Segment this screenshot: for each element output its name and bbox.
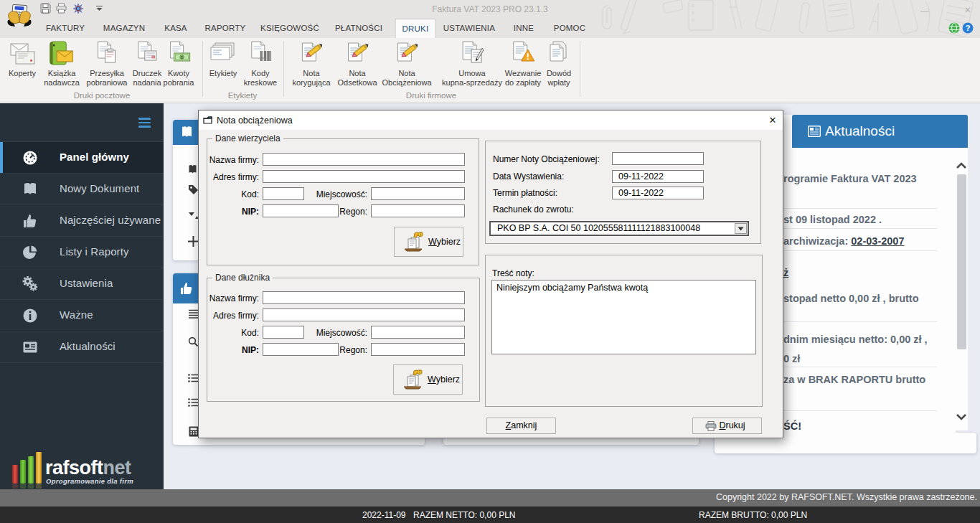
ribbon-button-nota-korygujaca[interactable]: Nota korygująca	[292, 41, 330, 88]
input-regon-wierzyciel[interactable]	[371, 204, 465, 217]
ribbon-button-nota-odsetkowa[interactable]: Nota Odsetkowa	[337, 41, 377, 88]
news-scrollbar-thumb[interactable]	[957, 174, 966, 349]
input-kod-wierzyciel[interactable]	[263, 187, 304, 200]
news-item: ŚĆ!	[783, 420, 801, 432]
tab-inne[interactable]: INNE	[514, 19, 534, 38]
sidebar-item-listy-i-raporty[interactable]: Listy i Raporty	[0, 237, 164, 268]
tab-faktury[interactable]: FAKTURY	[46, 19, 85, 38]
input-kod-dluznik[interactable]	[263, 326, 304, 339]
news-divider	[783, 410, 937, 411]
tab-magazyn[interactable]: MAGAZYN	[103, 19, 145, 38]
news-item: 0 zł	[783, 353, 800, 364]
input-regon-dluznik[interactable]	[371, 343, 465, 356]
news-link-date[interactable]: 02-03-2007	[851, 235, 904, 247]
input-miejscowosc-wierzyciel[interactable]	[371, 187, 465, 200]
ribbon-button-umowa-kupna-sprzedazy[interactable]: Umowa kupna-sprzedaży	[442, 41, 502, 88]
status-brutto: RAZEM BRUTTO: 0,00 PLN	[699, 510, 807, 520]
print-icon[interactable]	[56, 3, 67, 14]
sidebar-item-nowy-dokument[interactable]: Nowy Dokument	[0, 174, 164, 205]
tab-ustawienia[interactable]: USTAWIENIA	[443, 19, 495, 38]
input-termin-platnosci[interactable]	[612, 187, 704, 199]
input-data-wystawienia[interactable]	[612, 170, 704, 183]
wybierz-button-dluznik[interactable]: 9 Wybierz	[393, 364, 463, 395]
ribbon-separator	[580, 41, 580, 97]
copyright-text: Copyright 2022 by RAFSOFT.NET. Wszystkie…	[716, 492, 977, 502]
ribbon-button-kody-kreskowe[interactable]: Kody kreskowe	[244, 41, 277, 88]
input-numer-noty[interactable]	[612, 152, 704, 165]
news-item: za w BRAK RAPORTU brutto	[783, 374, 925, 385]
tag-icon[interactable]	[188, 184, 199, 195]
search-icon[interactable]	[188, 336, 199, 347]
ribbon-button-dowod-wplaty[interactable]: Dowód wpłaty	[545, 41, 573, 88]
save-icon[interactable]	[40, 3, 51, 14]
input-miejscowosc-dluznik[interactable]	[371, 326, 465, 339]
news-item: st 09 listopad 2022 .	[783, 214, 882, 225]
sidebar-item-wazne[interactable]: Ważne	[0, 300, 164, 331]
scroll-down-icon[interactable]	[956, 412, 967, 422]
minimize-button[interactable]: —	[920, 6, 929, 16]
settings-icon[interactable]	[72, 3, 84, 14]
detail-list-icon[interactable]	[188, 374, 199, 382]
sidebar-item-najczesciej-uzywane[interactable]: Najczęściej używane	[0, 205, 164, 237]
label-nip: NIP:	[202, 345, 259, 355]
ribbon-button-nota-obciazeniowa[interactable]: Nota Obciążeniowa	[382, 41, 431, 88]
calculator-icon[interactable]	[189, 426, 199, 437]
document-pencil-icon	[343, 41, 372, 67]
ribbon-button-koperty[interactable]: Koperty	[9, 41, 36, 78]
binder-envelope-icon	[47, 41, 76, 67]
combo-dropdown-button[interactable]	[735, 223, 747, 234]
sidebar-item-ustawienia[interactable]: Ustawienia	[0, 268, 164, 300]
help-icon[interactable]: ?	[962, 22, 974, 34]
list-icon[interactable]	[188, 309, 199, 319]
qat-dropdown-icon[interactable]	[95, 6, 103, 11]
detail-list-icon[interactable]	[188, 398, 199, 407]
rachunek-combobox[interactable]: PKO BP S.A. COI 50 102055581111121883100…	[489, 221, 749, 236]
tab-platnosci[interactable]: PŁATNOŚCI	[335, 19, 382, 38]
ribbon-button-druczek-nadania[interactable]: Druczek nadania	[133, 41, 161, 88]
tresc-noty-textarea[interactable]: Niniejszym obciążamy Państwa kwotą	[491, 280, 756, 354]
news-item: archiwizacja: 02-03-2007	[783, 235, 904, 247]
tab-druki[interactable]: DRUKI	[395, 19, 436, 38]
choose-contractor-icon: 9	[401, 369, 424, 391]
news-link[interactable]: ż	[783, 267, 788, 278]
input-nazwa-firmy-wierzyciel[interactable]	[263, 153, 465, 166]
input-adres-firmy-dluznik[interactable]	[263, 308, 465, 321]
dialog-title: Nota obciążeniowa	[217, 116, 293, 126]
application-window: Faktura VAT 2023 PRO 23.1.3 — ✕ FAKTURY …	[0, 0, 980, 523]
thumbs-up-icon	[22, 213, 38, 229]
gears-icon	[22, 276, 38, 292]
newspaper-icon	[22, 339, 38, 355]
documents-receipt-icon	[133, 41, 161, 67]
drukuj-button[interactable]: Drukuj	[692, 418, 762, 434]
close-window-button[interactable]: ✕	[964, 5, 971, 15]
info-icon	[22, 308, 38, 324]
dialog-close-icon[interactable]: ✕	[766, 114, 779, 127]
sort-triangles-icon[interactable]	[189, 212, 199, 219]
label-nazwa-firmy: Nazwa firmy:	[202, 293, 259, 303]
tab-kasa[interactable]: KASA	[164, 19, 187, 38]
ribbon-button-przesylka-pobraniowa[interactable]: Przesyłka pobraniowa	[87, 41, 128, 88]
ribbon-button-wezwanie-do-zaplaty[interactable]: Wezwanie do zapłaty	[505, 41, 542, 88]
sidebar-item-aktualnosci[interactable]: Aktualności	[0, 331, 164, 363]
ribbon-button-kwoty-pobrania[interactable]: $ Kwoty pobrania	[164, 41, 194, 88]
label-tresc-noty: Treść noty:	[492, 268, 534, 278]
thumbs-up-icon	[179, 281, 194, 296]
input-adres-firmy-wierzyciel[interactable]	[263, 170, 465, 183]
globe-icon[interactable]	[948, 22, 960, 34]
menu-toggle-icon[interactable]	[138, 118, 151, 130]
scroll-up-icon[interactable]	[956, 161, 967, 171]
wybierz-button-wierzyciel[interactable]: 9 Wybierz	[394, 227, 463, 257]
news-panel-header: Aktualności	[792, 115, 968, 148]
book-icon[interactable]	[188, 164, 199, 175]
ribbon-button-etykiety[interactable]: Etykiety	[208, 41, 238, 78]
ribbon-button-ksiazka-nadawcza[interactable]: Książka nadawcza	[44, 41, 80, 88]
logo-bar-reflection	[12, 484, 18, 489]
input-nazwa-firmy-dluznik[interactable]	[263, 291, 465, 304]
sidebar-item-panel-glowny[interactable]: Panel główny	[0, 142, 164, 174]
tab-pomoc[interactable]: POMOC	[554, 19, 585, 38]
zamknij-button[interactable]: Zamknij	[486, 418, 556, 434]
tab-ksiegowosc[interactable]: KSIĘGOWOŚĆ	[260, 19, 319, 38]
label-kod: Kod:	[202, 189, 259, 199]
tab-raporty[interactable]: RAPORTY	[205, 19, 246, 38]
label-adres-firmy: Adres firmy:	[202, 172, 259, 182]
